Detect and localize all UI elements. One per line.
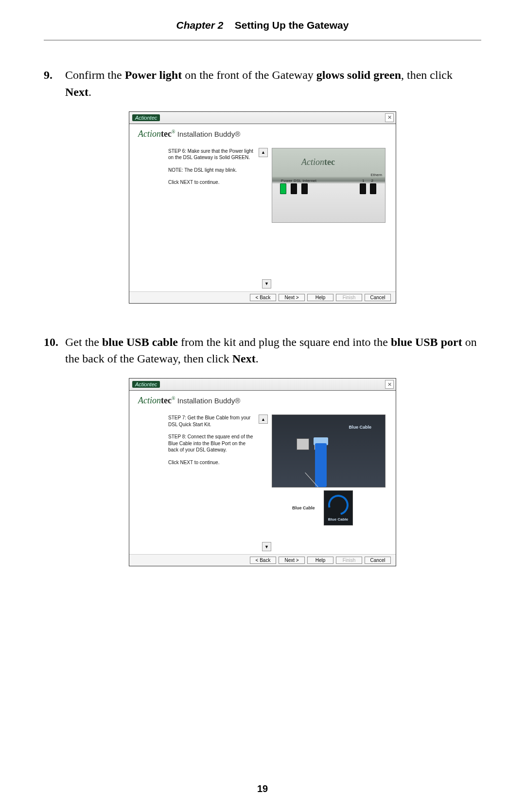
next-button[interactable]: Next > [279, 557, 305, 564]
blue-cable-caption: Blue Cable [292, 505, 315, 510]
device-front-photo: Actiontec Ethern 12 Power DSL Internet [272, 148, 385, 223]
finish-button: Finish [336, 557, 362, 564]
brand-subtitle: Installation Buddy® [175, 397, 241, 405]
screenshot-1: Actiontec ✕ Actiontec® Installation Budd… [44, 111, 481, 304]
help-button[interactable]: Help [307, 557, 333, 564]
brand-tec: tec [161, 129, 172, 139]
photo-area: Blue Cable Blue Cable [272, 415, 386, 515]
cancel-button[interactable]: Cancel [365, 557, 391, 564]
button-row: < Back Next > Help Finish Cancel [129, 554, 396, 566]
registered-icon: ® [172, 396, 175, 401]
help-button[interactable]: Help [307, 294, 333, 301]
instruction-text: STEP 6: Make sure that the Power light o… [168, 148, 255, 192]
finish-button: Finish [336, 294, 362, 301]
device-back-photo: Blue Cable Blue Cable [272, 415, 385, 515]
continue-text: Click NEXT to continue. [168, 179, 255, 186]
cable-coil-inset: Blue Cable [324, 490, 353, 525]
cable-coil-icon [324, 491, 352, 519]
header-rule [44, 40, 481, 40]
step-number: 9. [44, 67, 65, 84]
manual-page: Chapter 2 Setting Up the Gateway 9. Conf… [0, 0, 525, 812]
light-labels: Power DSL Internet [281, 179, 316, 183]
brand-heading: Actiontec® Installation Buddy® [129, 391, 396, 415]
ethernet-label: Ethern [370, 173, 382, 177]
eth1-light [360, 183, 366, 194]
instruction-text: STEP 7: Get the Blue Cable from your DSL… [168, 415, 255, 471]
brand-action: Action [138, 396, 161, 405]
content-row: STEP 7: Get the Blue Cable from your DSL… [129, 415, 396, 520]
scroll-down-row: ▼ [129, 542, 396, 551]
dsl-light [291, 183, 297, 194]
internet-light [301, 183, 308, 194]
power-light [280, 183, 286, 194]
brand-tec: tec [161, 396, 172, 405]
continue-text: Click NEXT to continue. [168, 459, 255, 466]
scroll-down-row: ▼ [129, 279, 396, 289]
scroll-down-icon[interactable]: ▼ [262, 542, 271, 551]
step-9: 9. Confirm the Power light on the front … [44, 67, 481, 101]
blue-cable-inset-label: Blue Cable [328, 517, 348, 522]
installer-dialog: Actiontec ✕ Actiontec® Installation Budd… [129, 378, 396, 566]
step-text: Confirm the Power light on the front of … [65, 67, 481, 101]
dialog-body: Actiontec® Installation Buddy® STEP 6: M… [129, 124, 396, 303]
device-logo: Actiontec [301, 157, 335, 167]
chapter-title: Setting Up the Gateway [235, 19, 349, 31]
installer-dialog: Actiontec ✕ Actiontec® Installation Budd… [129, 111, 396, 304]
scroll-down-icon[interactable]: ▼ [262, 279, 271, 289]
power-port [297, 438, 309, 450]
close-icon[interactable]: ✕ [385, 113, 394, 122]
device-back-panel: Blue Cable [272, 415, 385, 487]
page-header: Chapter 2 Setting Up the Gateway [44, 19, 481, 31]
titlebar: Actiontec ✕ [129, 379, 396, 391]
step6-text: STEP 6: Make sure that the Power light o… [168, 148, 255, 161]
content-row: STEP 6: Make sure that the Power light o… [129, 148, 396, 228]
cancel-button[interactable]: Cancel [365, 294, 391, 301]
step8-text: STEP 8: Connect the square end of the Bl… [168, 433, 255, 453]
brand-action: Action [138, 129, 161, 139]
registered-icon: ® [172, 129, 175, 134]
step-10: 10. Get the blue USB cable from the kit … [44, 334, 481, 368]
note-text: NOTE: The DSL light may blink. [168, 167, 255, 174]
photo-caption-row: Blue Cable Blue Cable [272, 490, 385, 525]
status-lights [280, 183, 308, 194]
window-brand-tag: Actiontec [132, 381, 160, 388]
scroll-up-icon[interactable]: ▲ [259, 415, 268, 424]
button-row: < Back Next > Help Finish Cancel [129, 291, 396, 303]
brand-heading: Actiontec® Installation Buddy® [129, 124, 396, 148]
eth2-light [370, 183, 376, 194]
close-icon[interactable]: ✕ [385, 380, 394, 389]
scroll-up-icon[interactable]: ▲ [259, 148, 268, 157]
usb-cable [315, 443, 327, 487]
titlebar: Actiontec ✕ [129, 112, 396, 124]
brand-subtitle: Installation Buddy® [175, 130, 241, 138]
blue-cable-label-top: Blue Cable [349, 425, 371, 430]
back-button[interactable]: < Back [250, 294, 276, 301]
back-button[interactable]: < Back [250, 557, 276, 564]
page-number: 19 [0, 783, 525, 794]
port-numbers: 12 [362, 179, 373, 183]
next-button[interactable]: Next > [279, 294, 305, 301]
screenshot-2: Actiontec ✕ Actiontec® Installation Budd… [44, 378, 481, 566]
ethernet-lights [360, 183, 376, 194]
window-brand-tag: Actiontec [132, 114, 160, 121]
photo-area: Actiontec Ethern 12 Power DSL Internet [272, 148, 386, 223]
chapter-label: Chapter 2 [176, 19, 224, 31]
dialog-body: Actiontec® Installation Buddy® STEP 7: G… [129, 391, 396, 566]
spacer [129, 228, 396, 281]
step7-text: STEP 7: Get the Blue Cable from your DSL… [168, 415, 255, 428]
step-text: Get the blue USB cable from the kit and … [65, 334, 481, 368]
step-number: 10. [44, 334, 65, 351]
